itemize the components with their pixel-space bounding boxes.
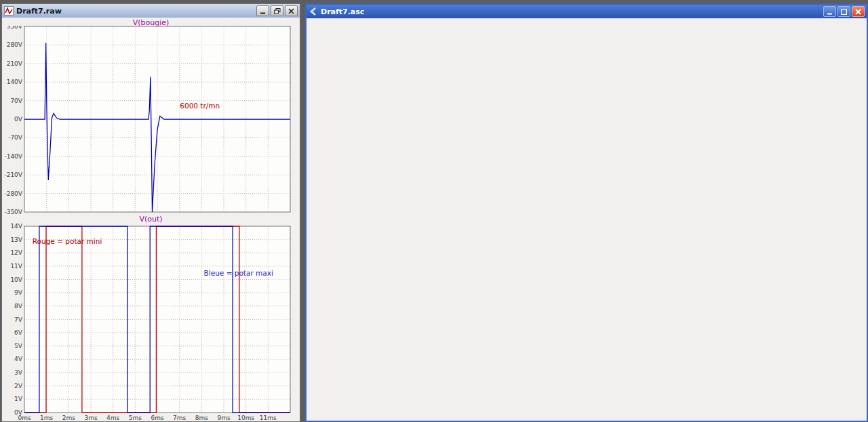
svg-text:2ms: 2ms — [62, 415, 75, 421]
svg-text:13V: 13V — [10, 236, 22, 243]
svg-text:280V: 280V — [7, 41, 23, 48]
svg-text:1ms: 1ms — [40, 415, 53, 421]
waveform-window-icon — [4, 6, 14, 16]
svg-text:7V: 7V — [14, 316, 23, 323]
svg-text:11ms: 11ms — [260, 415, 277, 421]
schematic-window[interactable]: Draft7.asc — [305, 3, 868, 422]
waveform-window[interactable]: Draft7.raw V(bougie) 350V280V210V140V70V… — [1, 3, 300, 422]
close-icon — [288, 8, 294, 14]
svg-text:-280V: -280V — [4, 190, 22, 197]
svg-text:9V: 9V — [14, 289, 23, 296]
restore-icon — [274, 8, 281, 14]
close-button[interactable] — [852, 6, 865, 17]
svg-text:70V: 70V — [10, 98, 22, 104]
svg-text:350V: 350V — [7, 26, 23, 30]
schematic-window-icon — [309, 7, 318, 16]
svg-text:-140V: -140V — [4, 153, 22, 160]
svg-text:9ms: 9ms — [217, 415, 230, 421]
minimize-icon — [827, 9, 833, 15]
svg-text:3V: 3V — [14, 369, 23, 376]
svg-text:0V: 0V — [14, 116, 23, 123]
svg-text:4V: 4V — [14, 356, 23, 362]
minimize-button[interactable] — [256, 5, 269, 16]
svg-text:2V: 2V — [14, 383, 23, 389]
maximize-button[interactable] — [837, 6, 850, 17]
svg-text:-210V: -210V — [4, 171, 22, 178]
svg-text:11V: 11V — [10, 263, 22, 270]
maximize-icon — [841, 9, 847, 15]
minimize-button[interactable] — [823, 6, 836, 17]
svg-text:12V: 12V — [10, 249, 22, 256]
schematic-window-title: Draft7.asc — [321, 7, 821, 16]
svg-text:8V: 8V — [14, 303, 23, 310]
plot-pane-bougie[interactable]: 350V280V210V140V70V0V-70V-140V-210V-280V… — [2, 26, 299, 215]
waveform-plot-area[interactable]: V(bougie) 350V280V210V140V70V0V-70V-140V… — [2, 18, 300, 421]
svg-text:-70V: -70V — [8, 134, 23, 141]
close-button[interactable] — [285, 5, 298, 16]
svg-text:10ms: 10ms — [237, 415, 254, 421]
waveform-titlebar[interactable]: Draft7.raw — [2, 4, 300, 18]
svg-text:5ms: 5ms — [129, 415, 142, 421]
svg-text:7ms: 7ms — [173, 415, 186, 421]
svg-text:8ms: 8ms — [195, 415, 208, 421]
svg-text:14V: 14V — [10, 223, 22, 230]
svg-text:Bleue = potar maxi: Bleue = potar maxi — [204, 269, 273, 277]
waveform-window-title: Draft7.raw — [16, 7, 254, 16]
svg-text:1V: 1V — [14, 396, 23, 402]
svg-text:6000 tr/mn: 6000 tr/mn — [180, 102, 220, 110]
svg-text:3ms: 3ms — [84, 415, 97, 421]
restore-button[interactable] — [271, 5, 283, 16]
svg-text:4ms: 4ms — [106, 415, 119, 421]
svg-text:5V: 5V — [14, 343, 23, 350]
svg-text:Rouge = potar mini: Rouge = potar mini — [33, 237, 102, 245]
schematic-titlebar[interactable]: Draft7.asc — [307, 5, 867, 18]
svg-text:0ms: 0ms — [18, 415, 31, 421]
svg-text:6ms: 6ms — [151, 415, 163, 421]
svg-text:6V: 6V — [14, 329, 23, 336]
minimize-icon — [260, 8, 266, 14]
svg-text:210V: 210V — [7, 60, 23, 67]
svg-text:140V: 140V — [7, 79, 23, 85]
close-icon — [855, 9, 861, 15]
svg-text:10V: 10V — [10, 276, 22, 283]
plot-pane-out[interactable]: 14V13V12V11V10V9V8V7V6V5V4V3V2V1V0V0ms1m… — [2, 223, 299, 421]
